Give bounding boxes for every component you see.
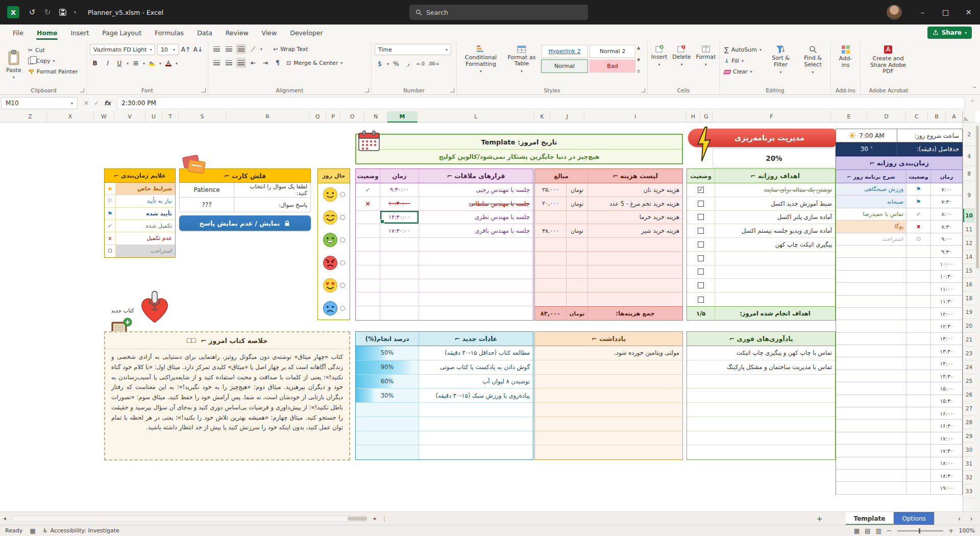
ribbon-tab[interactable]: Developer [283, 27, 329, 39]
goal-text-cell[interactable]: پیگیری اتیکت چاپ کهن [715, 238, 835, 251]
habit-text-cell[interactable] [419, 417, 533, 431]
meeting-time-cell[interactable]: ۱۴:۳۰:۰۰ [380, 211, 419, 224]
format-as-table-button[interactable]: Format as Table▾ [504, 44, 540, 75]
habit-percent-cell[interactable]: 60% [356, 375, 419, 388]
decrease-decimal-button[interactable]: .00→ [428, 59, 439, 69]
accessibility-button[interactable]: ♿ Accessibility: Investigate [43, 527, 119, 534]
schedule-status-cell[interactable] [906, 445, 931, 456]
redo-button[interactable]: ↻ [40, 5, 55, 20]
schedule-task-cell[interactable] [836, 308, 906, 320]
schedule-status-cell[interactable] [906, 470, 931, 481]
schedule-task-cell[interactable] [836, 258, 906, 270]
habit-percent-cell[interactable]: 30% [356, 388, 419, 402]
meeting-status-cell[interactable] [356, 252, 380, 265]
schedule-time-cell[interactable]: ۸:۰۰ [931, 208, 962, 220]
meeting-status-cell[interactable] [356, 265, 380, 279]
goal-text-cell[interactable]: آماده سازی پلنر اکسل [715, 211, 835, 224]
schedule-time-cell[interactable]: ۱۷:۳۰ [931, 445, 962, 456]
quick-access-chevron[interactable]: ▾ [70, 5, 80, 20]
goal-checkbox[interactable] [698, 228, 704, 234]
schedule-time-cell[interactable]: ۱۷:۰۰ [931, 432, 962, 444]
mood-radio[interactable] [340, 215, 345, 220]
cell-style-chip[interactable]: Normal 2 [590, 45, 635, 58]
user-avatar[interactable] [887, 5, 902, 20]
schedule-time-cell[interactable]: ۱۱:۰۰ [931, 283, 962, 295]
expense-desc-cell[interactable]: هزینه خرید شیر [588, 224, 682, 237]
select-all-corner[interactable] [963, 111, 975, 123]
increase-decimal-button[interactable]: ←.0 [415, 59, 426, 69]
expense-desc-cell[interactable]: هزینه خرید خرما [588, 211, 682, 224]
formula-input[interactable]: 2:30:00 PM [117, 97, 965, 109]
column-header[interactable]: R [226, 111, 309, 123]
quote-cell[interactable]: هیچ‌چیز در دنیا جایگزین پشتکار نمی‌شود/ک… [356, 150, 682, 163]
delete-cells-button[interactable]: Delete▾ [670, 44, 693, 68]
column-header[interactable]: P [326, 111, 340, 123]
column-header[interactable]: G [700, 111, 713, 123]
habit-percent-cell[interactable] [356, 445, 419, 459]
align-left-button[interactable] [211, 58, 222, 68]
percent-style-button[interactable]: % [391, 59, 401, 69]
row-header[interactable]: 16 [963, 278, 975, 291]
schedule-status-cell[interactable] [906, 345, 931, 357]
expense-unit-cell[interactable] [567, 265, 588, 279]
schedule-time-cell[interactable]: ۱۰:۰۰ [931, 258, 962, 270]
meeting-status-cell[interactable] [356, 279, 380, 293]
schedule-time-cell[interactable]: ۷:۳۰ [931, 196, 962, 207]
note-row[interactable] [535, 403, 682, 417]
column-header[interactable]: Q [309, 111, 326, 123]
goal-checkbox-cell[interactable] [687, 238, 715, 251]
expense-desc-cell[interactable] [588, 265, 682, 279]
row-header[interactable]: 21 [963, 333, 975, 347]
new-sheet-button[interactable]: + [814, 514, 825, 523]
zoom-out-button[interactable]: − [887, 527, 892, 534]
row-header[interactable]: 31 [963, 457, 975, 471]
align-bottom-button[interactable] [236, 44, 246, 54]
flashcard-question-cell[interactable]: Patience [180, 183, 234, 197]
habit-percent-cell[interactable]: 50% [356, 346, 419, 360]
goal-checkbox-cell[interactable] [687, 279, 715, 292]
scrollbar-options-icon[interactable]: ⋮ [380, 515, 389, 522]
meeting-time-cell[interactable] [380, 279, 419, 293]
expense-unit-cell[interactable] [567, 238, 588, 251]
row-header[interactable]: 9 [963, 181, 975, 209]
schedule-status-cell[interactable] [906, 296, 931, 307]
schedule-status-cell[interactable] [906, 283, 931, 295]
meeting-desc-cell[interactable]: جلسه با مهندس باقری [419, 224, 533, 237]
schedule-time-cell[interactable]: ۱۸:۳۰ [931, 470, 962, 481]
meeting-status-cell[interactable]: × [356, 197, 380, 210]
goal-checkbox-cell[interactable] [687, 265, 715, 279]
align-middle-button[interactable] [224, 44, 234, 54]
interval-label-cell[interactable]: حدفاصل (دقیقه): [897, 142, 962, 156]
schedule-time-cell[interactable]: ۱۲:۳۰ [931, 320, 962, 332]
schedule-time-cell[interactable]: ۱۵:۰۰ [931, 382, 962, 394]
row-header[interactable]: 10 [963, 209, 975, 223]
habit-text-cell[interactable]: مطالعه کتاب (حداقل ۱۵-۳۰ دقیقه) [419, 346, 533, 360]
row-header[interactable]: 28 [963, 416, 975, 429]
increase-indent-button[interactable]: ⇥ [260, 58, 271, 68]
schedule-task-cell[interactable] [836, 382, 906, 394]
goal-checkbox[interactable] [698, 297, 704, 303]
cancel-entry-button[interactable]: ✕ [84, 100, 89, 107]
schedule-status-cell[interactable]: ✓ [906, 208, 931, 220]
goal-text-cell[interactable] [715, 279, 835, 292]
note-row[interactable] [535, 388, 682, 403]
row-header[interactable]: 27 [963, 402, 975, 416]
fill-color-button[interactable] [147, 58, 157, 68]
expense-amount-cell[interactable]: ۲۵,۰۰۰ [535, 183, 567, 197]
meeting-time-cell[interactable]: ۱۰:۳۰:۰۰ [380, 197, 419, 210]
expense-amount-cell[interactable] [535, 265, 567, 279]
horizontal-scroll-thumb[interactable] [348, 517, 367, 521]
goal-checkbox[interactable] [698, 187, 704, 193]
expense-amount-cell[interactable] [535, 293, 567, 306]
align-center-button[interactable] [224, 58, 234, 68]
interval-value-cell[interactable]: 30' [836, 142, 897, 156]
schedule-time-cell[interactable]: ۱۶:۳۰ [931, 420, 962, 431]
mood-radio[interactable] [340, 237, 345, 242]
meeting-status-cell[interactable] [356, 224, 380, 237]
schedule-time-cell[interactable]: ۱۳:۳۰ [931, 345, 962, 357]
column-header[interactable]: J [550, 111, 584, 123]
schedule-time-cell[interactable]: ۱۵:۳۰ [931, 395, 962, 407]
column-header[interactable]: S [179, 111, 226, 123]
schedule-time-cell[interactable]: ۱۳:۰۰ [931, 333, 962, 345]
schedule-task-cell[interactable] [836, 283, 906, 295]
